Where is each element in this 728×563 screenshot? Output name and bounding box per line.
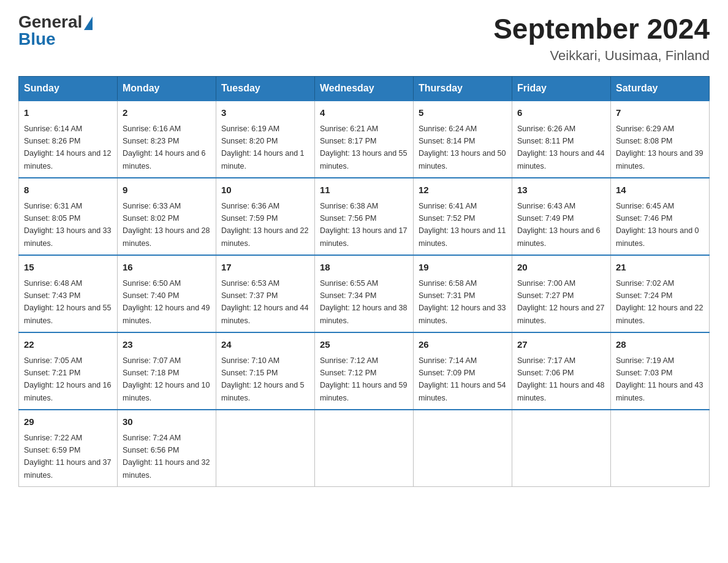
day-info: Sunrise: 6:41 AMSunset: 7:52 PMDaylight:… — [419, 202, 506, 248]
column-header-monday: Monday — [118, 77, 216, 101]
calendar-week-row: 1Sunrise: 6:14 AMSunset: 8:26 PMDaylight… — [19, 101, 710, 178]
calendar-cell: 5Sunrise: 6:24 AMSunset: 8:14 PMDaylight… — [414, 101, 512, 178]
day-info: Sunrise: 7:00 AMSunset: 7:27 PMDaylight:… — [517, 279, 604, 325]
calendar-cell: 6Sunrise: 6:26 AMSunset: 8:11 PMDaylight… — [512, 101, 611, 178]
day-info: Sunrise: 7:14 AMSunset: 7:09 PMDaylight:… — [419, 356, 506, 402]
calendar-cell — [315, 410, 414, 487]
calendar-cell — [611, 410, 710, 487]
day-info: Sunrise: 6:38 AMSunset: 7:56 PMDaylight:… — [320, 202, 407, 248]
day-info: Sunrise: 6:48 AMSunset: 7:43 PMDaylight:… — [24, 279, 111, 325]
day-number: 21 — [616, 261, 704, 275]
logo-blue-text: Blue — [18, 29, 56, 49]
day-number: 15 — [24, 261, 112, 275]
day-number: 8 — [24, 183, 112, 197]
day-number: 12 — [419, 183, 507, 197]
day-number: 27 — [517, 338, 605, 352]
month-year-title: September 2024 — [493, 12, 710, 45]
calendar-cell: 1Sunrise: 6:14 AMSunset: 8:26 PMDaylight… — [19, 101, 118, 178]
calendar-cell: 13Sunrise: 6:43 AMSunset: 7:49 PMDayligh… — [512, 178, 611, 255]
column-header-wednesday: Wednesday — [315, 77, 414, 101]
day-number: 6 — [517, 106, 605, 120]
calendar-cell: 29Sunrise: 7:22 AMSunset: 6:59 PMDayligh… — [19, 410, 118, 487]
day-info: Sunrise: 6:50 AMSunset: 7:40 PMDaylight:… — [123, 279, 210, 325]
day-info: Sunrise: 6:31 AMSunset: 8:05 PMDaylight:… — [24, 202, 111, 248]
column-header-sunday: Sunday — [19, 77, 118, 101]
column-header-tuesday: Tuesday — [216, 77, 315, 101]
day-info: Sunrise: 6:14 AMSunset: 8:26 PMDaylight:… — [24, 124, 111, 170]
day-number: 1 — [24, 106, 112, 120]
day-number: 11 — [320, 183, 408, 197]
location-subtitle: Veikkari, Uusimaa, Finland — [493, 48, 710, 64]
calendar-week-row: 8Sunrise: 6:31 AMSunset: 8:05 PMDaylight… — [19, 178, 710, 255]
day-number: 18 — [320, 261, 408, 275]
calendar-cell: 17Sunrise: 6:53 AMSunset: 7:37 PMDayligh… — [216, 255, 315, 332]
calendar-cell: 2Sunrise: 6:16 AMSunset: 8:23 PMDaylight… — [118, 101, 216, 178]
day-info: Sunrise: 7:17 AMSunset: 7:06 PMDaylight:… — [517, 356, 604, 402]
calendar-cell: 15Sunrise: 6:48 AMSunset: 7:43 PMDayligh… — [19, 255, 118, 332]
day-info: Sunrise: 7:19 AMSunset: 7:03 PMDaylight:… — [616, 356, 703, 402]
day-number: 9 — [123, 183, 211, 197]
day-number: 20 — [517, 261, 605, 275]
calendar-cell: 14Sunrise: 6:45 AMSunset: 7:46 PMDayligh… — [611, 178, 710, 255]
day-number: 25 — [320, 338, 408, 352]
day-number: 17 — [221, 261, 309, 275]
day-number: 4 — [320, 106, 408, 120]
day-info: Sunrise: 7:12 AMSunset: 7:12 PMDaylight:… — [320, 356, 407, 402]
day-info: Sunrise: 6:58 AMSunset: 7:31 PMDaylight:… — [419, 279, 506, 325]
calendar-cell: 18Sunrise: 6:55 AMSunset: 7:34 PMDayligh… — [315, 255, 414, 332]
day-info: Sunrise: 7:05 AMSunset: 7:21 PMDaylight:… — [24, 356, 111, 402]
calendar-cell — [512, 410, 611, 487]
day-number: 13 — [517, 183, 605, 197]
day-number: 14 — [616, 183, 704, 197]
calendar-week-row: 22Sunrise: 7:05 AMSunset: 7:21 PMDayligh… — [19, 332, 710, 410]
day-info: Sunrise: 6:36 AMSunset: 7:59 PMDaylight:… — [221, 202, 308, 248]
calendar-cell: 28Sunrise: 7:19 AMSunset: 7:03 PMDayligh… — [611, 332, 710, 410]
calendar-body: 1Sunrise: 6:14 AMSunset: 8:26 PMDaylight… — [19, 101, 710, 487]
calendar-cell: 25Sunrise: 7:12 AMSunset: 7:12 PMDayligh… — [315, 332, 414, 410]
day-info: Sunrise: 7:22 AMSunset: 6:59 PMDaylight:… — [24, 434, 111, 480]
column-header-thursday: Thursday — [414, 77, 512, 101]
day-number: 28 — [616, 338, 704, 352]
day-info: Sunrise: 6:19 AMSunset: 8:20 PMDaylight:… — [221, 124, 305, 170]
day-number: 22 — [24, 338, 112, 352]
calendar-week-row: 29Sunrise: 7:22 AMSunset: 6:59 PMDayligh… — [19, 410, 710, 487]
calendar-cell — [414, 410, 512, 487]
calendar-cell: 8Sunrise: 6:31 AMSunset: 8:05 PMDaylight… — [19, 178, 118, 255]
calendar-cell: 4Sunrise: 6:21 AMSunset: 8:17 PMDaylight… — [315, 101, 414, 178]
column-header-saturday: Saturday — [611, 77, 710, 101]
calendar-table: SundayMondayTuesdayWednesdayThursdayFrid… — [18, 76, 710, 487]
calendar-header-row: SundayMondayTuesdayWednesdayThursdayFrid… — [19, 77, 710, 101]
calendar-cell: 16Sunrise: 6:50 AMSunset: 7:40 PMDayligh… — [118, 255, 216, 332]
day-number: 16 — [123, 261, 211, 275]
title-section: September 2024 Veikkari, Uusimaa, Finlan… — [493, 12, 710, 64]
day-number: 23 — [123, 338, 211, 352]
day-number: 5 — [419, 106, 507, 120]
calendar-cell: 22Sunrise: 7:05 AMSunset: 7:21 PMDayligh… — [19, 332, 118, 410]
calendar-cell: 3Sunrise: 6:19 AMSunset: 8:20 PMDaylight… — [216, 101, 315, 178]
day-number: 24 — [221, 338, 309, 352]
calendar-cell: 19Sunrise: 6:58 AMSunset: 7:31 PMDayligh… — [414, 255, 512, 332]
day-info: Sunrise: 6:16 AMSunset: 8:23 PMDaylight:… — [123, 124, 206, 170]
day-info: Sunrise: 6:21 AMSunset: 8:17 PMDaylight:… — [320, 124, 407, 170]
page-header: General Blue September 2024 Veikkari, Uu… — [18, 12, 710, 64]
column-header-friday: Friday — [512, 77, 611, 101]
day-number: 2 — [123, 106, 211, 120]
day-info: Sunrise: 6:45 AMSunset: 7:46 PMDaylight:… — [616, 202, 699, 248]
day-info: Sunrise: 6:33 AMSunset: 8:02 PMDaylight:… — [123, 202, 210, 248]
day-info: Sunrise: 6:24 AMSunset: 8:14 PMDaylight:… — [419, 124, 506, 170]
day-number: 26 — [419, 338, 507, 352]
calendar-week-row: 15Sunrise: 6:48 AMSunset: 7:43 PMDayligh… — [19, 255, 710, 332]
day-info: Sunrise: 6:29 AMSunset: 8:08 PMDaylight:… — [616, 124, 703, 170]
calendar-cell: 21Sunrise: 7:02 AMSunset: 7:24 PMDayligh… — [611, 255, 710, 332]
day-info: Sunrise: 6:55 AMSunset: 7:34 PMDaylight:… — [320, 279, 407, 325]
day-number: 10 — [221, 183, 309, 197]
calendar-cell: 24Sunrise: 7:10 AMSunset: 7:15 PMDayligh… — [216, 332, 315, 410]
day-number: 19 — [419, 261, 507, 275]
calendar-cell: 20Sunrise: 7:00 AMSunset: 7:27 PMDayligh… — [512, 255, 611, 332]
day-info: Sunrise: 7:24 AMSunset: 6:56 PMDaylight:… — [123, 434, 210, 480]
calendar-cell: 12Sunrise: 6:41 AMSunset: 7:52 PMDayligh… — [414, 178, 512, 255]
calendar-cell: 9Sunrise: 6:33 AMSunset: 8:02 PMDaylight… — [118, 178, 216, 255]
calendar-cell — [216, 410, 315, 487]
calendar-cell: 23Sunrise: 7:07 AMSunset: 7:18 PMDayligh… — [118, 332, 216, 410]
day-info: Sunrise: 6:43 AMSunset: 7:49 PMDaylight:… — [517, 202, 601, 248]
